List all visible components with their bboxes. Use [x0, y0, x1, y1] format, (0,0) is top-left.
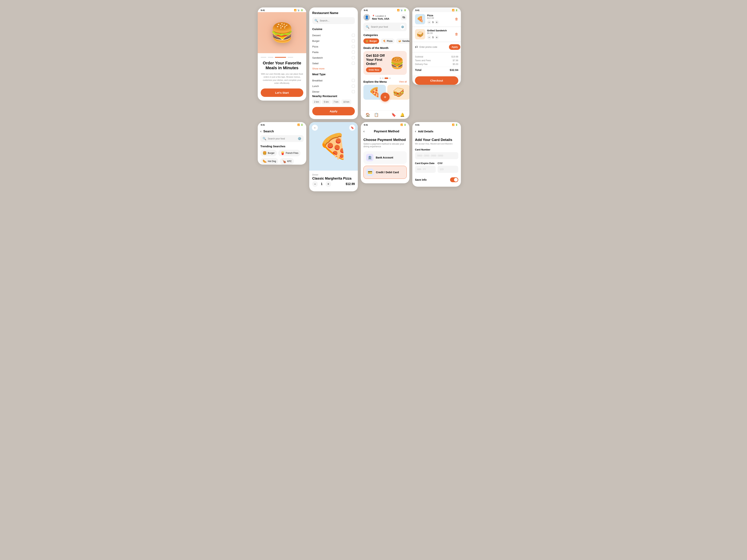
trend-french-fries[interactable]: 🍟 French Fries [278, 150, 301, 156]
category-pizza[interactable]: 🍕Pizza [381, 38, 394, 44]
category-sandwich[interactable]: 🥪Sandwich [396, 38, 409, 44]
dot-deal-2 [382, 77, 384, 79]
decrease-quantity-button[interactable]: − [312, 181, 318, 187]
status-icons-cart: 📶 🔋 [452, 9, 458, 11]
status-bar-details: 9:41 📶 🔋 [412, 122, 461, 127]
dist-chip-7km[interactable]: 7 km [332, 100, 340, 104]
wifi-icon-main: 📡 [401, 9, 403, 11]
promo-apply-button[interactable]: Apply [449, 44, 460, 50]
deals-section-title: Deals of the Month [361, 46, 409, 50]
order-now-button[interactable]: Order Now [366, 68, 382, 72]
increase-quantity-button[interactable]: + [326, 181, 331, 187]
details-back-button[interactable]: ‹ [415, 129, 416, 133]
cart-button[interactable]: 🛍 [401, 15, 407, 20]
search-icon-main: 🔍 [366, 25, 369, 29]
kfc-trend-icon: 🍗 [282, 159, 286, 163]
cart-item-sandwich-info: Grilled Sandwich $6.99 − 1 + [427, 29, 453, 39]
main-search-input[interactable] [371, 26, 399, 28]
cart-screen: 9:41 📶 🔋 🍕 Pizza $12.99 − 1 + 🗑 🥪 [412, 7, 461, 85]
decrease-sandwich-button[interactable]: − [427, 35, 431, 39]
search-back-button[interactable]: ‹ [260, 129, 261, 133]
delivery-label: Delivery Fee [415, 63, 428, 65]
checkout-button[interactable]: Checkout [415, 76, 458, 85]
menu-card-sandwich[interactable]: 🥪 [387, 85, 409, 100]
card-number-input[interactable]: 0000 - 0000 - 0000 - 0000 [415, 152, 458, 159]
delete-pizza-button[interactable]: 🗑 [455, 17, 458, 21]
status-bar-main: 9:41 📶 📡 🔋 [361, 7, 409, 12]
filter-apply-button[interactable]: Apply [312, 107, 355, 115]
status-bar-search: 9:41 📶 🔋 [258, 122, 306, 127]
search-icon: 🔍 [314, 19, 318, 22]
location-city: New York, USA [372, 17, 401, 20]
save-info-row: Save info [415, 176, 458, 184]
details-body: Add Your Card Details We accept Visa, Ma… [412, 135, 461, 187]
expire-field: Card Expire Date MM - YY [415, 162, 436, 176]
trend-burger[interactable]: 🍔 Burger [260, 150, 277, 156]
nav-home-icon[interactable]: 🏠 [365, 112, 370, 117]
checkbox-dessert[interactable] [352, 34, 355, 37]
search-food-input[interactable] [268, 137, 296, 140]
distance-chips: 2 km 5 km 7 km 10 km [312, 100, 355, 104]
status-icons-search: 📶 🔋 [297, 124, 303, 126]
filter-item-sandwich: Sandwich [312, 55, 355, 60]
filter-icon-search[interactable]: ⚙️ [298, 137, 302, 140]
nav-notifications-icon[interactable]: 🔔 [400, 112, 405, 117]
checkbox-sandwich[interactable] [352, 56, 355, 59]
filter-search-input[interactable] [320, 19, 353, 22]
fries-trend-label: French Fries [286, 152, 298, 154]
dist-chip-10km[interactable]: 10 km [341, 100, 351, 104]
expire-date-input[interactable]: MM - YY [415, 166, 436, 173]
filter-icon-button[interactable]: ⚙️ [401, 24, 405, 29]
pizza-back-button[interactable]: ‹ [312, 125, 318, 131]
onboarding-title: Order Your Favorite Meals in Minutes [261, 61, 303, 71]
increase-pizza-button[interactable]: + [435, 20, 439, 24]
category-burger[interactable]: 🍔Burger [363, 38, 379, 44]
deals-dots [361, 77, 409, 79]
checkbox-pasta[interactable] [352, 51, 355, 54]
taxes-row: Taxes and Fees $7.96 [415, 59, 458, 62]
dist-chip-5km[interactable]: 5 km [322, 100, 331, 104]
explore-header: Explore the Menu View all [361, 80, 409, 83]
dist-chip-2km[interactable]: 2 km [312, 100, 321, 104]
checkbox-pizza[interactable] [352, 45, 355, 48]
checkbox-salad[interactable] [352, 62, 355, 65]
bank-account-option[interactable]: 🏦 Bank Account [363, 151, 407, 164]
main-search-bar[interactable]: 🔍 ⚙️ [363, 23, 407, 31]
location-dropdown-label[interactable]: Location [376, 15, 384, 17]
fab-add-button[interactable]: + [381, 92, 390, 102]
filter-search-box[interactable]: 🔍 [312, 17, 355, 24]
delete-sandwich-button[interactable]: 🗑 [455, 32, 458, 36]
trend-kfc[interactable]: 🍗 KFC [280, 158, 294, 165]
view-all-button[interactable]: View all [399, 80, 407, 83]
search-input-box[interactable]: 🔍 ⚙️ [260, 135, 304, 142]
checkbox-dinner[interactable] [352, 90, 355, 93]
delivery-row: Delivery Fee $5.00 [415, 63, 458, 65]
battery-icon: 🔋 [301, 9, 303, 11]
checkbox-burger[interactable] [352, 39, 355, 43]
checkbox-lunch[interactable] [352, 85, 355, 87]
increase-sandwich-button[interactable]: + [435, 35, 439, 39]
payment-back-button[interactable]: ‹ [363, 129, 364, 133]
delivery-value: $5.00 [453, 63, 458, 65]
trend-hot-dog[interactable]: 🌭 Hot Dog [260, 158, 278, 165]
cart-item-sandwich: 🥪 Grilled Sandwich $6.99 − 1 + 🗑 [412, 27, 461, 41]
nav-orders-icon[interactable]: 📋 [374, 112, 379, 117]
cart-item-sandwich-image: 🥪 [415, 29, 425, 39]
cvv-input[interactable]: 123 [438, 166, 458, 173]
payment-body: Choose Payment Method Select a payment m… [361, 135, 409, 183]
save-info-toggle[interactable] [450, 177, 458, 182]
promo-code-input[interactable] [419, 46, 447, 48]
show-more-button[interactable]: Show more [312, 67, 325, 70]
decrease-pizza-button[interactable]: − [427, 20, 431, 24]
details-subtext: We accept Visa, Mastercard and Maestro [415, 142, 458, 145]
signal-icon-search: 📶 [297, 124, 300, 126]
credit-debit-card-option[interactable]: 💳 Credit / Debit Card [363, 166, 407, 179]
pizza-detail-screen: ‹ 🍕 🔖 Dinner Classic Margherita Pizza − … [309, 122, 358, 191]
battery-icon-payment: 🔋 [404, 124, 406, 126]
lets-start-button[interactable]: Let's Start [261, 88, 303, 97]
deals-text: Get $10 Off Your First Order! Order Now [366, 54, 390, 72]
details-heading: Add Your Card Details [415, 138, 458, 142]
pizza-bookmark-button[interactable]: 🔖 [349, 125, 355, 131]
nav-bookmark-icon[interactable]: 🔖 [391, 112, 396, 117]
checkbox-breakfast[interactable] [352, 79, 355, 82]
